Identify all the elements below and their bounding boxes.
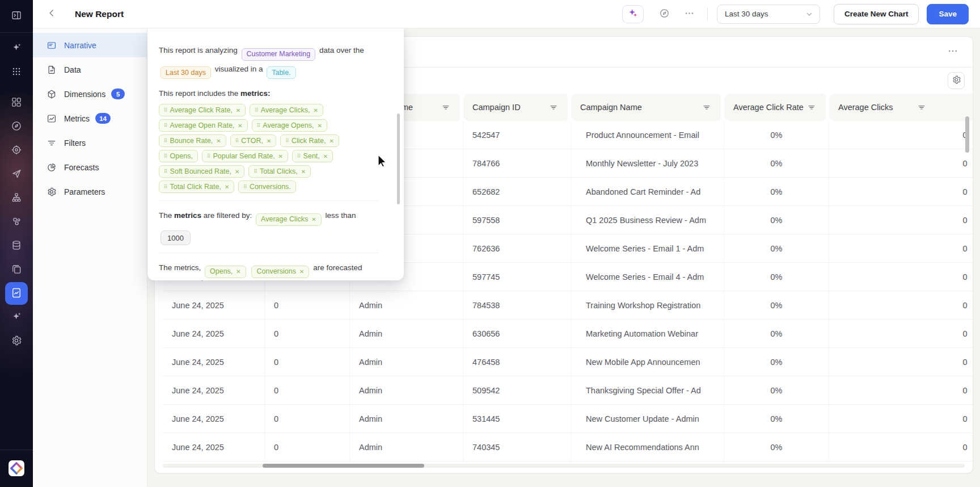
narrative-chip[interactable]: Opens,✕	[205, 266, 246, 278]
narrative-chip[interactable]: ⠿Popular Send Rate,✕	[202, 150, 288, 162]
drag-handle-icon[interactable]: ⠿	[164, 153, 167, 159]
more-horizontal-icon	[947, 45, 958, 58]
drag-handle-icon[interactable]: ⠿	[207, 153, 210, 159]
drag-handle-icon[interactable]: ⠿	[164, 107, 167, 113]
close-icon[interactable]: ✕	[236, 263, 240, 280]
rail-item-hierarchy[interactable]	[5, 187, 28, 209]
drag-handle-icon[interactable]: ⠿	[257, 123, 260, 128]
narrative-chip[interactable]: ⠿Average Clicks,✕	[250, 104, 323, 116]
rail-item-sparkles[interactable]	[5, 306, 28, 329]
value-box[interactable]: 1000	[160, 230, 191, 245]
narrative-chip[interactable]: ⠿Average Opens,✕	[252, 119, 327, 132]
narrative-chip[interactable]: ⠿Sent,✕	[292, 150, 333, 162]
rail-item-settings[interactable]	[5, 330, 28, 352]
narrative-chip[interactable]: Conversions✕	[251, 266, 309, 278]
narrative-chip[interactable]: ⠿Opens,	[159, 150, 198, 162]
drag-handle-icon[interactable]: ⠿	[243, 184, 247, 190]
drag-handle-icon[interactable]: ⠿	[164, 138, 167, 144]
narrative-chip[interactable]: ⠿Average Open Rate,✕	[159, 119, 248, 132]
narrative-chip[interactable]: Customer Marketing	[242, 48, 316, 61]
rail-item-sparkles[interactable]	[5, 37, 28, 60]
column-header-campaign-id: Campaign ID	[463, 94, 571, 121]
close-icon[interactable]: ✕	[329, 138, 333, 144]
sidebar-item-dimensions[interactable]: Dimensions5	[33, 82, 147, 106]
card-more-button[interactable]	[944, 44, 961, 61]
back-button[interactable]	[43, 6, 60, 23]
rail-item-report-active[interactable]	[5, 282, 28, 305]
close-icon[interactable]: ✕	[267, 138, 271, 144]
chip-label: CTOR,	[241, 137, 263, 145]
drag-handle-icon[interactable]: ⠿	[164, 184, 167, 190]
rail-item-apps-grid[interactable]	[5, 61, 28, 83]
rail-item-database[interactable]	[5, 234, 28, 257]
brand-logo	[8, 460, 25, 479]
rail-item-sidebar-toggle[interactable]	[5, 5, 28, 27]
left-rail	[0, 0, 33, 487]
rail-item-bubbles[interactable]	[5, 211, 28, 233]
sidebar-item-data[interactable]: Data	[33, 57, 147, 82]
date-range-select[interactable]: Last 30 days	[717, 5, 820, 24]
table-settings-button[interactable]	[948, 72, 965, 89]
cell-average-click-rate: 0%	[724, 234, 829, 262]
narrative-chip[interactable]: ⠿Total Click Rate,✕	[159, 180, 234, 193]
top-bar: New Report Last 30 days Create New Chart…	[33, 0, 980, 28]
rail-item-send[interactable]	[5, 163, 28, 186]
close-icon[interactable]: ✕	[317, 123, 322, 129]
metrics-count-badge: 14	[95, 113, 111, 124]
dimensions-icon	[47, 89, 57, 99]
close-icon[interactable]: ✕	[313, 107, 318, 114]
filter-icon[interactable]	[548, 102, 559, 112]
drag-handle-icon[interactable]: ⠿	[235, 138, 239, 144]
rail-item-compass[interactable]	[5, 115, 28, 138]
close-icon[interactable]: ✕	[225, 184, 229, 190]
narrative-chip[interactable]: ⠿Conversions.	[238, 180, 296, 193]
sidebar-item-forecasts[interactable]: Forecasts	[33, 155, 147, 179]
drag-handle-icon[interactable]: ⠿	[254, 169, 257, 174]
cell-send-date: June 24, 2025	[163, 376, 265, 404]
vertical-scrollbar-thumb[interactable]	[965, 116, 969, 153]
narrative-chip[interactable]: ⠿Bounce Rate,✕	[159, 135, 226, 147]
filter-icon[interactable]	[916, 102, 927, 112]
rail-item-dashboard[interactable]	[5, 91, 28, 114]
narrative-chip[interactable]: Average Clicks✕	[256, 213, 322, 226]
drag-handle-icon[interactable]: ⠿	[164, 169, 167, 174]
close-icon[interactable]: ✕	[216, 138, 221, 144]
rail-item-target[interactable]	[5, 139, 28, 162]
narrative-chip[interactable]: ⠿Click Rate,✕	[280, 135, 339, 147]
narrative-chip[interactable]: ⠿Total Clicks,✕	[248, 165, 311, 178]
rail-item-copies[interactable]	[5, 258, 28, 281]
sidebar-item-metrics[interactable]: Metrics14	[33, 106, 147, 131]
narrative-chip[interactable]: ⠿Soft Bounced Rate,✕	[159, 165, 244, 178]
narrative-chip[interactable]: Last 30 days	[160, 66, 211, 79]
sidebar-item-parameters[interactable]: Parameters	[33, 179, 147, 204]
save-button[interactable]: Save	[927, 4, 969, 24]
narrative-chip[interactable]: ⠿Average Click Rate,✕	[159, 104, 246, 116]
column-header-campaign-name: Campaign Name	[571, 94, 724, 121]
close-icon[interactable]: ✕	[238, 123, 242, 129]
drag-handle-icon[interactable]: ⠿	[297, 153, 301, 159]
more-options-button[interactable]	[681, 6, 698, 23]
drag-handle-icon[interactable]: ⠿	[285, 138, 289, 144]
create-new-chart-button[interactable]: Create New Chart	[834, 4, 919, 24]
narrative-chip[interactable]: Table.	[267, 66, 295, 79]
close-icon[interactable]: ✕	[323, 153, 328, 159]
close-icon[interactable]: ✕	[278, 153, 283, 159]
close-icon[interactable]: ✕	[301, 169, 306, 175]
drag-handle-icon[interactable]: ⠿	[255, 107, 258, 113]
horizontal-scrollbar-thumb[interactable]	[263, 464, 424, 468]
explore-button[interactable]	[656, 6, 673, 23]
sidebar-item-filters[interactable]: Filters	[33, 131, 147, 155]
ai-assistant-button[interactable]	[622, 5, 644, 23]
filter-icon[interactable]	[441, 102, 451, 112]
close-icon[interactable]: ✕	[299, 263, 304, 280]
narrative-chip[interactable]: ⠿CTOR,✕	[230, 135, 277, 147]
filter-icon[interactable]	[702, 102, 712, 112]
target-icon	[11, 144, 22, 157]
close-icon[interactable]: ✕	[235, 169, 239, 175]
panel-scrollbar-thumb[interactable]	[397, 114, 400, 204]
sidebar-item-narrative[interactable]: Narrative	[33, 33, 147, 57]
filter-icon[interactable]	[806, 102, 817, 112]
close-icon[interactable]: ✕	[236, 107, 240, 114]
drag-handle-icon[interactable]: ⠿	[164, 123, 167, 128]
close-icon[interactable]: ✕	[311, 211, 316, 228]
